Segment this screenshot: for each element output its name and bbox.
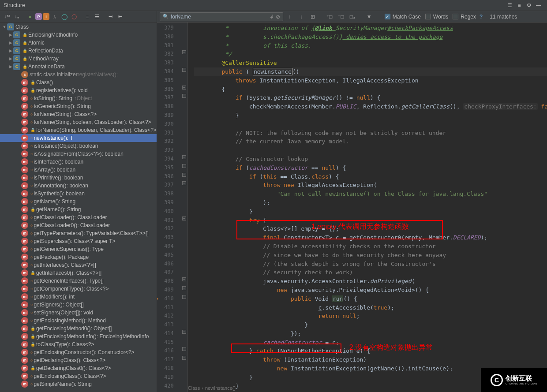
fold-icon[interactable]: − — [182, 68, 186, 72]
prev-match-icon[interactable]: ↑ — [285, 12, 295, 21]
tree-row[interactable]: m🔒registerNatives(): void — [0, 86, 157, 94]
tree-row[interactable]: m○isAssignableFrom(Class<?>): boolean — [0, 150, 157, 158]
tree-row[interactable]: m○isInterface(): boolean — [0, 158, 157, 166]
tree-label: getEnclosingConstructor(): Constructor<?… — [34, 349, 134, 355]
help-icon[interactable]: ? — [480, 14, 483, 20]
tree-row[interactable]: m○isPrimitive(): boolean — [0, 174, 157, 182]
tree-row[interactable]: m○getEnclosingMethod(): Method — [0, 317, 157, 325]
minimize-icon[interactable]: — — [534, 0, 543, 10]
tree-row[interactable]: m🔒getInterfaces0(): Class<?>[] — [0, 269, 157, 277]
sort-alpha-icon[interactable]: ↓ᵃᶻ — [3, 12, 11, 21]
show-properties-icon[interactable]: P — [35, 13, 42, 20]
structure-tree[interactable]: CClassC🔒EnclosingMethodInfoC🔒AtomicC🔒Ref… — [0, 22, 157, 392]
tree-row[interactable]: m○getSimpleName(): String — [0, 380, 157, 388]
fold-icon[interactable]: − — [182, 94, 186, 98]
tree-row[interactable]: m○getTypeParameters(): TypeVariable<Clas… — [0, 229, 157, 237]
gear-icon[interactable]: ⚙ — [524, 0, 534, 10]
tree-row[interactable]: m🔒forName0(String, boolean, ClassLoader)… — [0, 126, 157, 134]
fold-icon[interactable]: − — [182, 86, 186, 90]
search-history-icon[interactable]: ↲ — [270, 14, 274, 20]
tree-row[interactable]: m○toGenericString(): String — [0, 102, 157, 110]
tree-row[interactable]: m○getInterfaces(): Class<?>[] — [0, 261, 157, 269]
tree-row[interactable]: m○isAnnotation(): boolean — [0, 182, 157, 190]
remove-selection-icon[interactable]: ⁻□ — [336, 12, 346, 21]
tree-row[interactable]: C🔒AnnotationData — [0, 63, 157, 71]
collapse-icon[interactable]: ☰ — [505, 0, 514, 10]
fold-icon[interactable]: − — [182, 217, 186, 220]
fold-icon[interactable]: − — [182, 155, 186, 159]
tree-row[interactable]: m🔒Class() — [0, 78, 157, 86]
show-lambda-icon[interactable]: ◯ — [60, 12, 69, 21]
tree-row[interactable]: m○getName(): String — [0, 198, 157, 205]
collapse-all-icon[interactable]: ☰ — [93, 12, 101, 21]
tree-row[interactable]: m○getClassLoader0(): ClassLoader — [0, 221, 157, 229]
tree-row[interactable]: m○getGenericSuperclass(): Type — [0, 245, 157, 253]
fold-icon[interactable]: − — [182, 330, 186, 334]
show-inherited-icon[interactable]: I — [43, 13, 49, 20]
tree-row[interactable]: m○isArray(): boolean — [0, 166, 157, 174]
fold-icon[interactable]: − — [182, 347, 186, 351]
fold-icon[interactable]: − — [182, 164, 186, 168]
autoscroll-to-icon[interactable]: ⇥ — [106, 12, 115, 21]
tree-row[interactable]: sstatic class initializer registerNative… — [0, 71, 157, 78]
tree-row[interactable]: m○getPackage(): Package — [0, 253, 157, 261]
fold-icon[interactable]: − — [182, 173, 186, 177]
tree-row[interactable]: m🔒getEnclosingMethodInfo(): EnclosingMet… — [0, 332, 157, 340]
tree-row[interactable]: m🔒toClass(Type): Class<?> — [0, 340, 157, 348]
sort-visibility-icon[interactable]: ↓ₐ — [12, 12, 21, 21]
autoscroll-from-icon[interactable]: ⇤ — [116, 12, 124, 21]
search-input[interactable]: 🔍 forName ↲ ⊘ — [160, 12, 283, 21]
fold-gutter[interactable]: −−−−−−−−−−−−−−− — [182, 22, 188, 392]
tree-row[interactable]: m○getModifiers(): int — [0, 293, 157, 301]
next-match-icon[interactable]: ↓ — [296, 12, 306, 21]
tree-row[interactable]: m○isInstance(Object): boolean — [0, 142, 157, 150]
tree-row[interactable]: m○getClassLoader(): ClassLoader — [0, 213, 157, 221]
fold-icon[interactable]: − — [182, 295, 186, 299]
tree-row[interactable]: m○getEnclosingConstructor(): Constructor… — [0, 348, 157, 356]
tree-row[interactable]: C🔒MethodArray — [0, 55, 157, 63]
breadcrumb[interactable]: Class › newInstance() — [188, 384, 236, 392]
fold-icon[interactable]: − — [182, 356, 186, 360]
lock-icon: ○ — [30, 302, 33, 307]
tree-row[interactable]: m○setSigners(Object[]): void — [0, 309, 157, 317]
filter-icon[interactable]: ▼ — [364, 12, 374, 21]
tree-row[interactable]: C🔒Atomic — [0, 39, 157, 47]
fold-icon[interactable]: − — [182, 50, 186, 54]
tree-row[interactable]: m○getComponentType(): Class<?> — [0, 285, 157, 293]
fold-icon[interactable]: − — [182, 286, 186, 290]
tree-row[interactable]: m○forName(String, boolean, ClassLoader):… — [0, 118, 157, 126]
tree-row[interactable]: m🔒getName0(): String — [0, 205, 157, 213]
select-all-icon[interactable]: ⊞ — [308, 12, 318, 21]
tree-row[interactable]: m○getDeclaringClass(): Class<?> — [0, 356, 157, 364]
tree-row[interactable]: m🔒getDeclaringClass0(): Class<?> — [0, 364, 157, 372]
tree-row[interactable]: m○newInstance(): T — [0, 134, 157, 142]
tree-row[interactable]: C🔒ReflectionData — [0, 47, 157, 55]
tree-row[interactable]: m○getGenericInterfaces(): Type[] — [0, 277, 157, 285]
tree-row[interactable]: m○forName(String): Class<?> — [0, 110, 157, 118]
tree-row[interactable]: CClass — [0, 23, 157, 31]
show-non-public-icon[interactable]: ◯ — [70, 12, 79, 21]
tree-row[interactable]: m○isSynthetic(): boolean — [0, 190, 157, 198]
code-area[interactable]: * invocation of {@link SecurityManager#c… — [188, 22, 547, 392]
tree-row[interactable]: C🔒EnclosingMethodInfo — [0, 31, 157, 39]
clear-icon[interactable]: ⊘ — [276, 14, 280, 20]
tree-row[interactable]: m○getEnclosingClass(): Class<?> — [0, 372, 157, 380]
tree-label: Atomic — [28, 40, 45, 46]
show-anonymous-icon[interactable]: λ — [50, 12, 59, 21]
method-icon: m — [21, 103, 28, 110]
show-fields-icon[interactable]: ● — [26, 12, 34, 21]
fold-icon[interactable]: − — [182, 277, 186, 281]
expand-icon[interactable]: ≡ — [514, 0, 524, 10]
tree-row[interactable]: m○getSuperclass(): Class<? super T> — [0, 237, 157, 245]
tree-row[interactable]: m○getSigners(): Object[] — [0, 301, 157, 309]
editor-body[interactable]: 3793803813823833843853863873883893903913… — [157, 22, 547, 392]
expand-all-icon[interactable]: ≡ — [83, 12, 92, 21]
fold-icon[interactable]: − — [182, 181, 186, 185]
tree-row[interactable]: m🔒getEnclosingMethod0(): Object[] — [0, 325, 157, 332]
regex-checkbox[interactable]: Regex — [453, 14, 476, 20]
add-selection-icon[interactable]: ⁺□ — [325, 12, 334, 21]
match-case-checkbox[interactable]: Match Case — [385, 14, 421, 20]
select-all-occurrences-icon[interactable]: □ₐ — [348, 12, 357, 21]
tree-row[interactable]: m○toString(): String↑Object — [0, 94, 157, 102]
words-checkbox[interactable]: Words — [425, 14, 448, 20]
